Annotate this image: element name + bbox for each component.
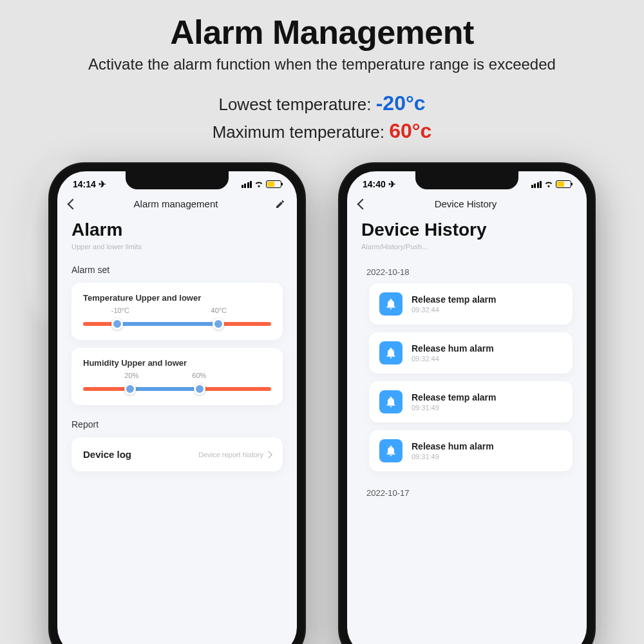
- temp-low-label: -10°C: [111, 307, 129, 314]
- bell-icon: [379, 439, 402, 462]
- lowest-temp-label: Lowest temperature:: [218, 95, 375, 114]
- hum-card-title: Humidity Upper and lower: [83, 358, 271, 368]
- alarm-subheading: Upper and lower limits: [71, 243, 283, 251]
- history-item-title: Release hum alarm: [412, 441, 494, 451]
- page-title: Alarm Management: [0, 13, 644, 52]
- chevron-right-icon: [265, 451, 272, 458]
- battery-icon: [556, 180, 571, 188]
- page-subtitle: Activate the alarm function when the tem…: [0, 55, 644, 73]
- history-item-title: Release temp alarm: [412, 294, 497, 305]
- history-item[interactable]: Release temp alarm 09:32:44: [369, 283, 573, 325]
- history-item-time: 09:32:44: [412, 306, 497, 314]
- signal-icon: [242, 181, 252, 188]
- bell-icon: [379, 390, 402, 413]
- temp-high-label: 40°C: [211, 307, 227, 314]
- temp-slider-high-handle[interactable]: [213, 318, 224, 330]
- history-item[interactable]: Release hum alarm 09:31:49: [369, 430, 573, 471]
- hum-low-label: 20%: [124, 372, 138, 379]
- temperature-slider[interactable]: [83, 322, 271, 326]
- edit-icon[interactable]: [275, 199, 285, 209]
- humidity-range-card: Humidity Upper and lower 20% 60%: [71, 348, 283, 405]
- temp-card-title: Temperature Upper and lower: [83, 293, 271, 303]
- nav-title: Alarm management: [77, 198, 275, 209]
- phone-alarm-management: 14:14 ✈ Alarm management Alarm Upper and…: [48, 162, 306, 644]
- section-alarm-set: Alarm set: [71, 265, 283, 275]
- history-item[interactable]: Release temp alarm 09:31:49: [369, 381, 573, 422]
- temperature-range-card: Temperature Upper and lower -10°C 40°C: [71, 283, 283, 340]
- humidity-slider[interactable]: [83, 387, 271, 391]
- nav-title: Device History: [366, 198, 565, 209]
- date-header: 2022-10-18: [366, 267, 573, 277]
- date-header: 2022-10-17: [366, 488, 573, 498]
- history-item-time: 09:31:49: [412, 453, 494, 460]
- history-item-time: 09:32:44: [412, 355, 494, 363]
- wifi-icon: [544, 180, 553, 189]
- alarm-heading: Alarm: [71, 220, 283, 240]
- hum-high-label: 60%: [192, 372, 206, 379]
- device-log-hint: Device report history: [198, 451, 263, 459]
- history-heading: Device History: [361, 220, 573, 240]
- status-time: 14:14 ✈: [73, 179, 106, 189]
- history-subheading: Alarm/History/Push...: [361, 243, 573, 251]
- hum-slider-high-handle[interactable]: [194, 383, 205, 395]
- history-item-time: 09:31:49: [412, 404, 497, 412]
- hum-slider-low-handle[interactable]: [124, 383, 136, 395]
- section-report: Report: [71, 419, 283, 430]
- device-log-row[interactable]: Device log Device report history: [71, 437, 283, 471]
- status-time: 14:40 ✈: [363, 179, 396, 189]
- max-temp-value: 60°c: [389, 119, 431, 142]
- max-temp-label: Maximum temperature:: [213, 122, 390, 142]
- history-item-title: Release hum alarm: [412, 343, 494, 354]
- wifi-icon: [254, 180, 263, 189]
- battery-icon: [266, 180, 281, 188]
- lowest-temp-value: -20°c: [376, 91, 426, 115]
- bell-icon: [379, 292, 402, 316]
- signal-icon: [531, 181, 542, 188]
- bell-icon: [379, 341, 402, 365]
- history-item[interactable]: Release hum alarm 09:32:44: [369, 332, 573, 374]
- temp-slider-low-handle[interactable]: [111, 318, 123, 330]
- phone-device-history: 14:40 ✈ Device History Device History Al…: [338, 162, 596, 644]
- history-item-title: Release temp alarm: [412, 392, 497, 402]
- device-log-label: Device log: [83, 449, 131, 460]
